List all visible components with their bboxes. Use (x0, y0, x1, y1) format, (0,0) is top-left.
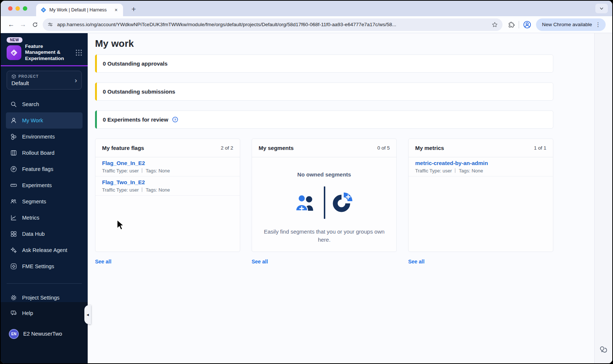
profile-icon (523, 20, 532, 29)
flag-meta: Traffic Type: userTags: None (102, 168, 233, 174)
empty-state-description: Easily find segments that you or your gr… (259, 228, 389, 244)
sidebar-item-ask-release-agent[interactable]: Ask Release Agent (6, 242, 83, 258)
sidebar-item-label: Environments (22, 134, 55, 140)
sidebar-item-feature-flags[interactable]: Feature flags (6, 161, 83, 177)
zoom-window-button[interactable] (23, 6, 27, 11)
feedback-chat-button[interactable] (599, 345, 608, 354)
new-badge: NEW (7, 37, 22, 43)
help-circle-icon[interactable]: ? (172, 116, 178, 123)
fme-logo (7, 45, 21, 60)
see-all-segments-link[interactable]: See all (252, 259, 268, 265)
see-all-metrics-link[interactable]: See all (408, 259, 424, 265)
product-header: NEW Feature Management & Experimentation (1, 33, 88, 65)
board-columns-icon (10, 149, 17, 157)
see-all-flags-link[interactable]: See all (95, 259, 111, 265)
browser-tab[interactable]: My Work | Default | Harness × (36, 4, 123, 16)
close-tab-icon[interactable]: × (113, 7, 119, 13)
sidebar-item-label: My Work (22, 118, 43, 123)
module-switcher-button[interactable] (75, 49, 83, 56)
flag-meta: Traffic Type: userTags: None (102, 187, 233, 193)
people-icon (10, 198, 17, 205)
chevron-down-icon (599, 6, 604, 11)
site-settings-icon (47, 21, 53, 28)
close-window-button[interactable] (8, 6, 13, 11)
traffic-lights (1, 1, 36, 16)
sidebar-item-label: Feature flags (22, 166, 53, 172)
search-icon (10, 101, 17, 108)
forward-button[interactable]: → (17, 19, 29, 31)
sidebar-collapse-handle[interactable]: ◀ (84, 305, 91, 324)
approvals-banner-text: 0 Outstanding approvals (103, 60, 168, 67)
line-chart-icon (10, 214, 17, 221)
sidebar-item-label: Ask Release Agent (22, 247, 67, 253)
gear-icon (10, 294, 17, 301)
chrome-update-button[interactable]: New Chrome available ⋮ (536, 18, 606, 31)
people-add-icon (294, 192, 317, 214)
submissions-banner: 0 Outstanding submissions (95, 83, 553, 101)
back-button[interactable]: ← (5, 19, 17, 31)
reload-button[interactable] (29, 19, 41, 31)
card-title: My feature flags (102, 145, 221, 151)
sidebar-item-metrics[interactable]: Metrics (6, 210, 83, 226)
sidebar-item-label: Metrics (22, 215, 39, 221)
card-title: My metrics (415, 145, 534, 151)
sidebar-item-label: Segments (22, 199, 46, 204)
browser-menu-icon[interactable]: ⋮ (592, 21, 604, 28)
sidebar-item-segments[interactable]: Segments (6, 193, 83, 210)
url-bar[interactable]: app.harness.io/ng/account/YWdkwNPiTceDUK… (43, 18, 502, 31)
segments-card: My segments 0 of 5 No owned segments (252, 139, 397, 252)
sidebar-item-my-work[interactable]: My Work (6, 112, 83, 129)
tab-strip: My Work | Default | Harness × + (1, 1, 612, 16)
sidebar-item-environments[interactable]: Environments (6, 129, 83, 145)
user-menu[interactable]: EN E2 NewuserTwo (1, 326, 88, 342)
fme-diamond-icon (10, 263, 17, 270)
grid-squares-icon (10, 230, 17, 238)
card-count: 2 of 2 (221, 145, 233, 151)
card-count: 0 of 5 (377, 145, 390, 151)
card-title: My segments (259, 145, 377, 151)
metric-link[interactable]: metric-created-by-an-admin (415, 160, 488, 166)
user-name: E2 NewuserTwo (23, 331, 62, 337)
sidebar-item-search[interactable]: Search (6, 96, 83, 112)
url-text: app.harness.io/ng/account/YWdkwNPiTceDUK… (57, 22, 491, 27)
sidebar-item-rollout-board[interactable]: Rollout Board (6, 145, 83, 161)
sidebar-item-label: Experiments (22, 182, 52, 188)
sidebar-divider (7, 283, 82, 284)
flag-link[interactable]: Flag_Two_In_E2 (102, 179, 145, 185)
sidebar-item-experiments[interactable]: Experiments (6, 177, 83, 193)
profile-button[interactable] (523, 20, 532, 29)
cube-icon (11, 74, 16, 79)
project-selector[interactable]: PROJECT Default › (7, 71, 82, 90)
new-tab-button[interactable]: + (128, 4, 139, 15)
experiments-review-banner: 0 Experiments for review ? (95, 111, 553, 129)
project-name: Default (11, 80, 75, 86)
grid-dots-icon (75, 49, 83, 56)
flag-row: Flag_Two_In_E2 Traffic Type: userTags: N… (95, 176, 240, 196)
help-button[interactable]: ? Help (6, 305, 83, 321)
flag-circle-icon (10, 165, 17, 173)
sidebar-item-fme-settings[interactable]: FME Settings (6, 258, 83, 274)
puzzle-icon (508, 21, 515, 28)
feature-flags-card: My feature flags 2 of 2 Flag_One_In_E2 T… (95, 139, 240, 252)
bookmark-star-icon[interactable] (491, 21, 498, 28)
flag-row: Flag_One_In_E2 Traffic Type: userTags: N… (95, 157, 240, 176)
sidebar-nav: Search My Work Environments (1, 96, 88, 306)
sidebar-item-data-hub[interactable]: Data Hub (6, 226, 83, 242)
project-label: PROJECT (18, 74, 39, 78)
sidebar-item-label: Project Settings (22, 295, 60, 301)
extensions-button[interactable] (508, 21, 515, 28)
card-count: 1 of 1 (534, 145, 546, 151)
help-label: Help (22, 310, 33, 316)
flag-link[interactable]: Flag_One_In_E2 (102, 160, 145, 166)
browser-toolbar: ← → app.harness.io/ng/account/YWdkwNPiTc… (1, 16, 612, 33)
sidebar-item-label: Rollout Board (22, 150, 55, 156)
empty-state-title: No owned segments (252, 171, 396, 178)
help-chat-icon: ? (10, 309, 17, 317)
environments-icon (10, 133, 17, 140)
tab-search-button[interactable] (595, 4, 608, 13)
minimize-window-button[interactable] (15, 6, 20, 11)
segments-empty-state: No owned segments (252, 157, 396, 244)
sidebar-item-label: Data Hub (22, 231, 45, 237)
reload-icon (32, 21, 38, 28)
avatar: EN (9, 329, 19, 339)
